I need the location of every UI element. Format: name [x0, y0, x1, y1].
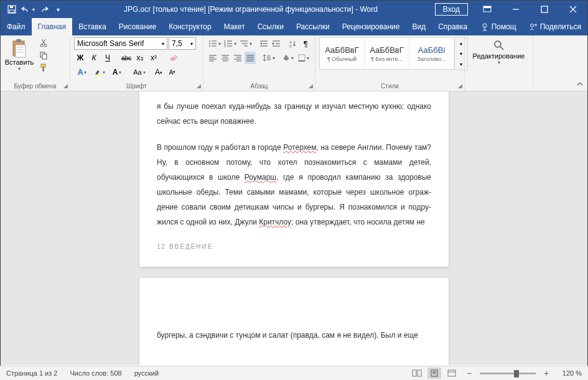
svg-rect-29 — [95, 75, 101, 76]
underline-button[interactable]: Ч — [101, 52, 114, 64]
strikethrough-button[interactable]: abc — [120, 52, 133, 64]
clipboard-icon — [11, 39, 28, 58]
svg-rect-76 — [413, 370, 416, 376]
minimize-button[interactable] — [502, 1, 530, 18]
menu-references[interactable]: Ссылки — [251, 18, 290, 35]
highlight-button[interactable]: ▾ — [91, 66, 108, 78]
menu-layout[interactable]: Макет — [218, 18, 251, 35]
zoom-level[interactable]: 120 % — [557, 369, 582, 377]
grow-font-button[interactable]: A▴ — [152, 66, 165, 78]
svg-text:Z: Z — [289, 44, 292, 47]
menu-file[interactable]: Файл — [1, 18, 32, 35]
ribbon-group-clipboard: Вставить ▾ Буфер обмена ◢ — [1, 35, 70, 91]
decrease-indent-button[interactable] — [259, 37, 270, 50]
svg-rect-27 — [170, 57, 176, 61]
copy-button[interactable] — [37, 50, 50, 61]
ribbon: Вставить ▾ Буфер обмена ◢ Microsoft Sans… — [1, 35, 587, 91]
zoom-slider[interactable] — [480, 373, 536, 374]
save-button[interactable] — [4, 2, 19, 17]
font-name-combo[interactable]: Microsoft Sans Serif▾ — [74, 37, 167, 50]
style-no-spacing[interactable]: АаБбВвГ¶ Без инте... — [365, 38, 409, 69]
svg-point-20 — [44, 44, 47, 47]
borders-button[interactable]: ▾ — [297, 52, 311, 64]
view-print-layout[interactable] — [427, 368, 441, 379]
tell-me-button[interactable]: Помощ — [474, 18, 523, 35]
increase-indent-button[interactable] — [271, 37, 282, 50]
line-spacing-button[interactable]: ▾ — [261, 52, 276, 64]
zoom-in-button[interactable]: + — [539, 368, 553, 379]
align-right-button[interactable] — [232, 52, 243, 64]
style-normal[interactable]: АаБбВвГ¶ Обычный — [320, 38, 365, 69]
svg-rect-77 — [418, 370, 421, 376]
text-effects-button[interactable]: A▾ — [74, 66, 90, 78]
zoom-out-button[interactable]: − — [462, 368, 476, 379]
paste-button[interactable]: Вставить ▾ — [4, 37, 34, 73]
superscript-button[interactable]: x² — [147, 52, 160, 64]
align-center-button[interactable] — [220, 52, 231, 64]
svg-point-12 — [530, 24, 533, 27]
editing-button[interactable]: Редактирование ▾ — [469, 37, 529, 65]
doc-paragraph: бургеры, а сэндвичи с тунцом и салат (пр… — [157, 328, 431, 343]
status-page[interactable]: Страница 1 из 2 — [6, 369, 57, 377]
paragraph-dialog-launcher[interactable]: ◢ — [309, 83, 313, 89]
search-icon — [493, 40, 505, 51]
menu-home[interactable]: Главная — [32, 18, 73, 35]
show-marks-button[interactable]: ¶ — [300, 37, 311, 50]
menu-review[interactable]: Рецензирование — [336, 18, 406, 35]
format-painter-button[interactable] — [37, 62, 50, 73]
page-2: бургеры, а сэндвичи с тунцом и салат (пр… — [139, 278, 449, 365]
menu-design[interactable]: Конструктор — [162, 18, 217, 35]
svg-rect-72 — [299, 55, 305, 61]
style-heading1[interactable]: АаБбВіЗаголово... — [409, 38, 454, 69]
undo-button[interactable]: ▾ — [21, 2, 35, 17]
align-justify-button[interactable] — [245, 52, 256, 64]
multilevel-list-button[interactable]: ▾ — [238, 37, 253, 50]
ribbon-display-button[interactable] — [473, 1, 502, 18]
italic-button[interactable]: К — [88, 52, 100, 64]
menu-view[interactable]: Вид — [406, 18, 432, 35]
view-read-mode[interactable] — [410, 368, 424, 379]
ribbon-group-styles: АаБбВвГ¶ Обычный АаБбВвГ¶ Без инте... Аа… — [315, 35, 465, 91]
menu-insert[interactable]: Вставка — [72, 18, 113, 35]
doc-paragraph: В прошлом году я работал в городе Ротерх… — [157, 140, 431, 229]
share-button[interactable]: Поделиться — [523, 18, 587, 35]
style-gallery[interactable]: АаБбВвГ¶ Обычный АаБбВвГ¶ Без инте... Аа… — [319, 37, 455, 70]
sort-button[interactable]: AZ — [287, 37, 299, 50]
shrink-font-button[interactable]: A▾ — [166, 66, 179, 78]
document-area[interactable]: я бы лучше поехал куда-нибудь за границу… — [1, 91, 587, 365]
clear-formatting-button[interactable] — [167, 52, 180, 64]
svg-point-19 — [40, 44, 43, 47]
subscript-button[interactable]: x₂ — [134, 52, 146, 64]
font-color-button[interactable]: A▾ — [109, 66, 125, 78]
page-footer: 12 ВВЕДЕНИЕ — [157, 243, 431, 250]
titlebar: ▾ ▾ JPG.ocr [только чтение] [Режим огран… — [1, 1, 587, 18]
ribbon-group-paragraph: ▾ 123▾ ▾ AZ ¶ ▾ ▾ ▾ Абзац ◢ — [203, 35, 315, 91]
menu-mailings[interactable]: Рассылки — [290, 18, 336, 35]
menu-draw[interactable]: Рисование — [113, 18, 162, 35]
page-1: я бы лучше поехал куда-нибудь за границу… — [139, 91, 449, 267]
styles-dialog-launcher[interactable]: ◢ — [458, 83, 462, 89]
signin-button[interactable]: Вход — [435, 3, 468, 16]
view-web-layout[interactable] — [445, 368, 459, 379]
qat-customize-button[interactable]: ▾ — [53, 2, 63, 17]
shading-button[interactable]: ▾ — [281, 52, 295, 64]
status-language[interactable]: русский — [134, 369, 159, 377]
numbering-button[interactable]: 123▾ — [223, 37, 237, 50]
change-case-button[interactable]: Aa▾ — [131, 66, 147, 78]
font-size-combo[interactable]: 7,5▾ — [169, 37, 196, 50]
svg-point-30 — [209, 40, 210, 42]
svg-rect-24 — [42, 54, 47, 59]
close-button[interactable] — [559, 1, 587, 18]
redo-button[interactable] — [37, 2, 52, 17]
maximize-button[interactable] — [530, 1, 559, 18]
menu-help[interactable]: Справка — [432, 18, 474, 35]
collapse-ribbon-button[interactable] — [576, 81, 584, 88]
status-words[interactable]: Число слов: 508 — [70, 369, 121, 377]
bold-button[interactable]: Ж — [74, 52, 86, 64]
bullets-button[interactable]: ▾ — [207, 37, 222, 50]
svg-point-34 — [209, 45, 210, 47]
align-left-button[interactable] — [207, 52, 218, 64]
cut-button[interactable] — [37, 37, 50, 49]
font-dialog-launcher[interactable]: ◢ — [197, 83, 201, 89]
clipboard-dialog-launcher[interactable]: ◢ — [63, 83, 68, 89]
